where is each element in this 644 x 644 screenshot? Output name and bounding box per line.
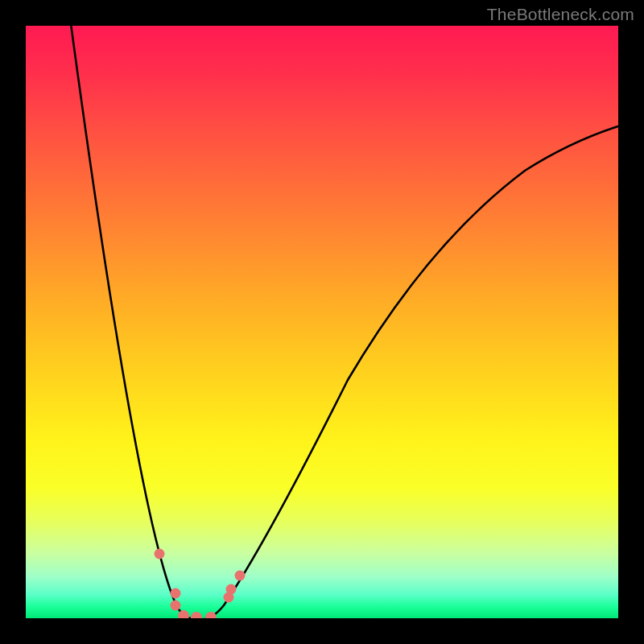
marker-dot — [171, 588, 181, 599]
chart-frame: TheBottleneck.com — [0, 0, 644, 644]
marker-dot — [226, 584, 237, 595]
marker-dot — [191, 612, 202, 618]
watermark-text: TheBottleneck.com — [487, 5, 634, 24]
curve-layer — [26, 26, 618, 618]
marker-dot — [235, 571, 246, 581]
marker-dot — [205, 612, 217, 618]
bottleneck-curve — [70, 26, 618, 618]
marker-dot — [155, 549, 165, 559]
marker-dot — [171, 601, 181, 611]
plot-area — [26, 26, 618, 618]
